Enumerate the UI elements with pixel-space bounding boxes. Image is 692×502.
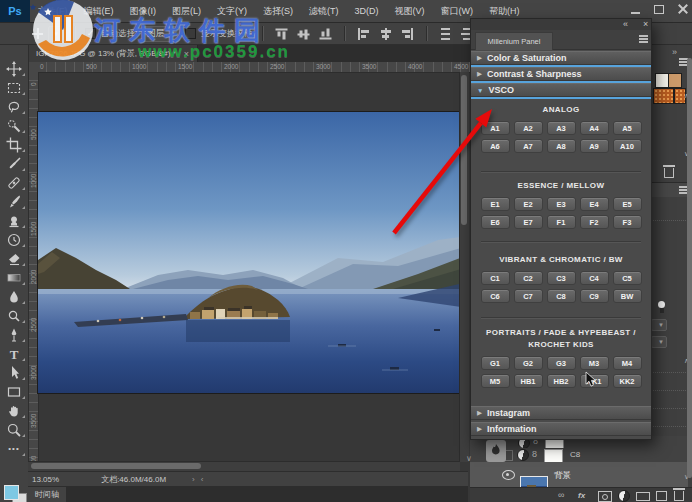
filter-button-c9[interactable]: C9 [580, 289, 609, 303]
filter-button-hb1[interactable]: HB1 [514, 374, 543, 388]
pattern-swatch[interactable] [653, 88, 674, 104]
filter-button-a6[interactable]: A6 [481, 139, 510, 153]
edit-toolbar-ellipsis[interactable]: ••• [0, 439, 28, 458]
delete-layer-icon[interactable] [674, 491, 684, 501]
align-bottom-icon[interactable] [320, 27, 332, 40]
filter-button-f3[interactable]: F3 [613, 215, 642, 229]
extension-panel-icon[interactable] [486, 440, 506, 462]
align-hcenter-icon[interactable] [379, 28, 392, 40]
section-header-vsco[interactable]: ▼ VSCO [471, 83, 651, 97]
status-next-icon[interactable]: › [192, 475, 195, 484]
filter-button-f2[interactable]: F2 [580, 215, 609, 229]
filter-button-c2[interactable]: C2 [514, 271, 543, 285]
filter-button-a4[interactable]: A4 [580, 121, 609, 135]
menu-view[interactable]: 视图(V) [387, 0, 433, 22]
rectangle-shape-tool[interactable] [0, 382, 28, 401]
status-prev-icon[interactable]: ‹ [201, 475, 204, 484]
eye-icon[interactable] [502, 470, 515, 480]
section-header-information[interactable]: ▶ Information [471, 422, 651, 436]
delete-swatch-icon[interactable] [664, 168, 674, 178]
filter-button-a3[interactable]: A3 [547, 121, 576, 135]
menu-3d[interactable]: 3D(D) [347, 0, 387, 22]
new-layer-icon[interactable] [656, 491, 667, 501]
new-adjustment-layer-icon[interactable] [618, 490, 630, 502]
hand-tool[interactable] [0, 401, 28, 420]
filter-button-e2[interactable]: E2 [514, 197, 543, 211]
filter-button-c7[interactable]: C7 [514, 289, 543, 303]
quick-selection-tool[interactable] [0, 116, 28, 135]
filter-button-m4[interactable]: M4 [613, 356, 642, 370]
clone-stamp-tool[interactable] [0, 211, 28, 230]
new-group-icon[interactable] [636, 492, 650, 501]
canvas-vertical-scrollbar[interactable] [459, 72, 469, 462]
filter-button-g3[interactable]: G3 [547, 356, 576, 370]
section-header-contrast-sharpness[interactable]: ▶ Contrast & Sharpness [471, 67, 651, 81]
filter-button-e1[interactable]: E1 [481, 197, 510, 211]
close-icon[interactable] [678, 4, 688, 14]
distribute-top-icon[interactable] [439, 28, 452, 40]
collapse-panel-icon[interactable]: « [623, 20, 628, 29]
maximize-icon[interactable] [654, 5, 664, 14]
dock-scrollbar[interactable] [687, 58, 692, 478]
blur-tool[interactable] [0, 287, 28, 306]
filter-button-f1[interactable]: F1 [547, 215, 576, 229]
timeline-tab[interactable]: 时间轴 [28, 487, 66, 502]
spot-healing-brush-tool[interactable] [0, 173, 28, 192]
eyedropper-tool[interactable] [0, 154, 28, 173]
panel-tab[interactable]: Millenium Panel [475, 32, 553, 50]
filter-button-a7[interactable]: A7 [514, 139, 543, 153]
filter-button-c1[interactable]: C1 [481, 271, 510, 285]
filter-button-g1[interactable]: G1 [481, 356, 510, 370]
gradient-tool[interactable] [0, 268, 28, 287]
layer-row-background[interactable]: 背景 [470, 462, 688, 487]
filter-button-e6[interactable]: E6 [481, 215, 510, 229]
scroll-down-icon[interactable]: ∨ [466, 455, 472, 463]
eraser-tool[interactable] [0, 249, 28, 268]
color-swatch[interactable] [655, 73, 669, 88]
align-left-icon[interactable] [357, 28, 370, 40]
filter-button-e3[interactable]: E3 [547, 197, 576, 211]
filter-button-c6[interactable]: C6 [481, 289, 510, 303]
opacity-knob[interactable] [658, 301, 665, 308]
filter-button-e4[interactable]: E4 [580, 197, 609, 211]
filter-button-a1[interactable]: A1 [481, 121, 510, 135]
filter-button-c5[interactable]: C5 [613, 271, 642, 285]
add-mask-icon[interactable] [598, 491, 612, 502]
filter-button-a5[interactable]: A5 [613, 121, 642, 135]
filter-button-bw[interactable]: BW [613, 289, 642, 303]
opacity-dropdown[interactable]: ▼ [651, 336, 667, 348]
type-tool[interactable]: T [0, 344, 28, 363]
filter-button-c4[interactable]: C4 [580, 271, 609, 285]
align-right-icon[interactable] [401, 28, 414, 40]
color-swatch[interactable] [668, 73, 682, 88]
canvas-horizontal-scrollbar[interactable] [28, 461, 460, 471]
zoom-tool[interactable] [0, 420, 28, 439]
menu-filter[interactable]: 滤镜(T) [301, 0, 347, 22]
align-top-icon[interactable] [276, 27, 288, 40]
filter-button-a9[interactable]: A9 [580, 139, 609, 153]
foreground-color-swatch[interactable] [4, 485, 19, 500]
pen-tool[interactable] [0, 325, 28, 344]
filter-button-e7[interactable]: E7 [514, 215, 543, 229]
filter-button-a10[interactable]: A10 [613, 139, 642, 153]
path-selection-tool[interactable] [0, 363, 28, 382]
photo-canvas[interactable] [37, 111, 469, 394]
filter-button-c3[interactable]: C3 [547, 271, 576, 285]
align-vcenter-icon[interactable] [298, 27, 310, 40]
layer-mask-thumbnail[interactable] [544, 449, 563, 463]
history-brush-tool[interactable] [0, 230, 28, 249]
section-header-instagram[interactable]: ▶ Instagram [471, 406, 651, 420]
close-panel-icon[interactable]: × [643, 20, 648, 29]
dodge-tool[interactable] [0, 306, 28, 325]
dock-expand-icon[interactable]: » [672, 48, 677, 56]
filter-button-g2[interactable]: G2 [514, 356, 543, 370]
filter-button-m5[interactable]: M5 [481, 374, 510, 388]
filter-button-hb2[interactable]: HB2 [547, 374, 576, 388]
filter-button-kk2[interactable]: KK2 [613, 374, 642, 388]
link-layers-icon[interactable]: ∞ [558, 491, 564, 499]
filter-button-a8[interactable]: A8 [547, 139, 576, 153]
brush-tool[interactable] [0, 192, 28, 211]
rectangular-marquee-tool[interactable] [0, 78, 28, 97]
crop-tool[interactable] [0, 135, 28, 154]
panel-menu-icon[interactable] [639, 38, 648, 40]
